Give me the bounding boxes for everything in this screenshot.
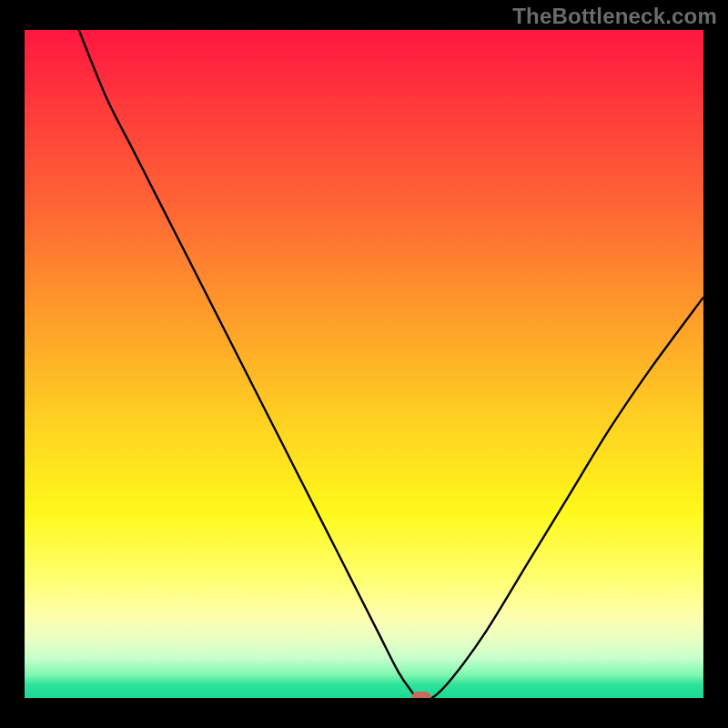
watermark-text: TheBottleneck.com <box>512 4 717 29</box>
optimum-marker <box>411 692 431 698</box>
bottleneck-curve <box>25 30 703 698</box>
plot-area <box>25 30 703 698</box>
chart-frame: TheBottleneck.com <box>0 0 728 728</box>
